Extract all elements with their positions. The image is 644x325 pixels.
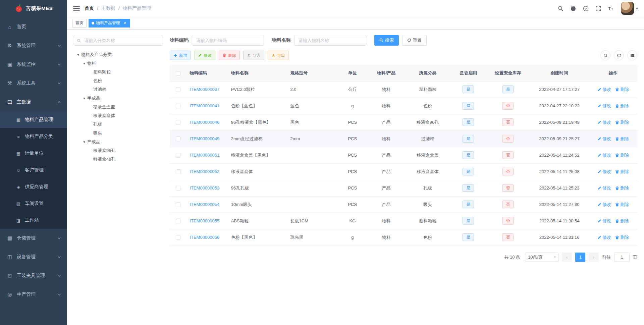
delete-link[interactable]: 删除 <box>615 103 629 109</box>
tree-node[interactable]: 色粉 <box>74 76 163 85</box>
sidebar-item-device-manage[interactable]: ◫设备管理 <box>0 248 67 266</box>
material-code-link[interactable]: ITEM00000055 <box>190 218 219 223</box>
row-checkbox[interactable] <box>176 87 180 92</box>
fullscreen-icon[interactable] <box>592 0 604 17</box>
delete-link[interactable]: 删除 <box>615 234 629 240</box>
sidebar-subitem-material-product-category[interactable]: ≡物料产品分类 <box>0 128 67 145</box>
delete-link[interactable]: 删除 <box>615 152 629 158</box>
row-checkbox[interactable] <box>176 137 180 141</box>
select-all-checkbox[interactable] <box>176 71 180 76</box>
tree-node[interactable]: 吸头 <box>74 129 163 138</box>
tree-node[interactable]: 移液盒盒盖 <box>74 103 163 111</box>
enabled-badge[interactable]: 是 <box>463 184 474 192</box>
safety-stock-badge[interactable]: 否 <box>502 184 514 192</box>
material-code-input[interactable] <box>192 35 264 46</box>
safety-stock-badge[interactable]: 否 <box>502 135 514 143</box>
safety-stock-badge[interactable]: 是 <box>502 86 514 93</box>
edit-link[interactable]: 修改 <box>597 119 611 125</box>
caret-down-icon[interactable]: ▾ <box>81 96 87 101</box>
edit-link[interactable]: 修改 <box>597 185 611 191</box>
row-checkbox[interactable] <box>176 202 180 207</box>
import-button[interactable]: 导入 <box>243 51 264 60</box>
user-avatar[interactable] <box>621 2 634 15</box>
help-icon[interactable]: ? <box>580 0 592 17</box>
row-checkbox[interactable] <box>176 153 180 158</box>
enabled-badge[interactable]: 是 <box>463 86 474 93</box>
font-size-icon[interactable]: TT <box>604 0 617 17</box>
tree-node[interactable]: ▾半成品 <box>74 94 163 103</box>
tree-node[interactable]: ▾物料 <box>74 59 163 68</box>
toggle-search-button[interactable] <box>600 50 610 60</box>
sidebar-item-fixture-manage[interactable]: ⊡工装夹具管理 <box>0 266 67 285</box>
page-size-select[interactable]: 10条/页 ▾ <box>525 253 558 262</box>
tab-material-product-manage[interactable]: 物料产品管理× <box>89 19 130 28</box>
enabled-badge[interactable]: 是 <box>463 168 474 175</box>
sidebar-subitem-workstation[interactable]: ◨工作站 <box>0 212 67 229</box>
add-button[interactable]: 新增 <box>170 51 191 60</box>
sidebar-item-warehouse-manage[interactable]: ▩仓储管理 <box>0 229 67 248</box>
material-code-link[interactable]: ITEM00000054 <box>190 202 219 207</box>
row-checkbox[interactable] <box>176 235 180 240</box>
breadcrumb-item[interactable]: 首页 <box>85 5 94 11</box>
delete-link[interactable]: 删除 <box>615 169 629 175</box>
row-checkbox[interactable] <box>176 186 180 191</box>
close-icon[interactable]: × <box>122 21 127 25</box>
tree-node[interactable]: 移液盒48孔 <box>74 155 163 164</box>
enabled-badge[interactable]: 是 <box>463 102 474 110</box>
edit-link[interactable]: 修改 <box>597 218 611 224</box>
safety-stock-badge[interactable]: 否 <box>502 168 514 175</box>
search-icon[interactable] <box>554 0 567 17</box>
delete-button[interactable]: 删除 <box>219 51 240 60</box>
safety-stock-badge[interactable]: 否 <box>502 201 514 208</box>
edit-link[interactable]: 修改 <box>597 202 611 208</box>
delete-link[interactable]: 删除 <box>615 119 629 125</box>
material-code-link[interactable]: ITEM00000046 <box>190 120 219 125</box>
edit-button[interactable]: 修改 <box>194 51 215 60</box>
page-1-button[interactable]: 1 <box>575 253 585 262</box>
tree-node[interactable]: ▾物料及产品分类 <box>74 50 163 59</box>
edit-link[interactable]: 修改 <box>597 103 611 109</box>
caret-down-icon[interactable]: ▾ <box>75 53 81 57</box>
sidebar-item-system-monitor[interactable]: ▣系统监控 <box>0 55 67 74</box>
enabled-badge[interactable]: 是 <box>463 135 474 143</box>
columns-button[interactable] <box>627 50 637 60</box>
export-button[interactable]: 导出 <box>268 51 289 60</box>
row-checkbox[interactable] <box>176 104 180 108</box>
caret-down-icon[interactable]: ▾ <box>81 140 87 144</box>
edit-link[interactable]: 修改 <box>597 234 611 240</box>
safety-stock-badge[interactable]: 否 <box>502 102 514 110</box>
sidebar-subitem-supplier-manage[interactable]: ◈供应商管理 <box>0 178 67 195</box>
tree-node[interactable]: 过滤棉 <box>74 85 163 94</box>
enabled-badge[interactable]: 是 <box>463 151 474 159</box>
row-checkbox[interactable] <box>176 120 180 125</box>
sidebar-item-system-manage[interactable]: ⚙系统管理 <box>0 36 67 55</box>
edit-link[interactable]: 修改 <box>597 136 611 142</box>
material-code-link[interactable]: ITEM00000051 <box>190 153 219 158</box>
goto-page-input[interactable] <box>614 253 630 262</box>
sidebar-item-master-data[interactable]: ▤主数据 <box>0 93 67 111</box>
material-code-link[interactable]: ITEM00000037 <box>190 87 219 92</box>
safety-stock-badge[interactable]: 否 <box>502 118 514 126</box>
tree-node[interactable]: 移液盒96孔 <box>74 146 163 155</box>
delete-link[interactable]: 删除 <box>615 202 629 208</box>
enabled-badge[interactable]: 是 <box>463 233 474 241</box>
row-checkbox[interactable] <box>176 219 180 223</box>
material-code-link[interactable]: ITEM00000052 <box>190 169 219 174</box>
next-page-button[interactable]: › <box>589 253 599 262</box>
hamburger-icon[interactable] <box>73 6 80 11</box>
sidebar-subitem-workshop-setting[interactable]: ▧车间设置 <box>0 195 67 212</box>
material-code-link[interactable]: ITEM00000053 <box>190 185 219 191</box>
delete-link[interactable]: 删除 <box>615 136 629 142</box>
safety-stock-badge[interactable]: 否 <box>502 151 514 159</box>
tree-node[interactable]: 孔板 <box>74 120 163 129</box>
sidebar-subitem-material-product-manage[interactable]: ▥物料产品管理 <box>0 111 67 128</box>
enabled-badge[interactable]: 是 <box>463 201 474 208</box>
tab-home[interactable]: 首页 <box>72 19 87 28</box>
material-code-link[interactable]: ITEM00000041 <box>190 103 219 108</box>
delete-link[interactable]: 删除 <box>615 218 629 224</box>
search-button[interactable]: 搜索 <box>374 35 399 46</box>
github-icon[interactable] <box>567 0 580 17</box>
delete-link[interactable]: 删除 <box>615 185 629 191</box>
caret-down-icon[interactable]: ▾ <box>81 61 87 66</box>
edit-link[interactable]: 修改 <box>597 87 611 93</box>
